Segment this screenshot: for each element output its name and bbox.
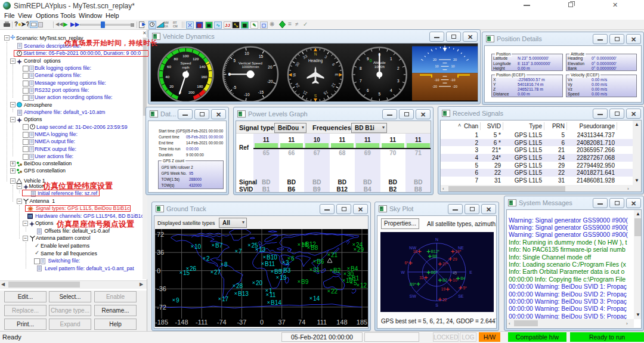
svg-text:10: 10 bbox=[435, 64, 438, 68]
svg-text:×: × bbox=[343, 271, 346, 277]
svg-text:-20: -20 bbox=[267, 79, 273, 84]
svg-text:16: 16 bbox=[301, 242, 308, 248]
svg-text:B7: B7 bbox=[215, 242, 223, 249]
svg-text:120: 120 bbox=[193, 57, 199, 61]
svg-text:-37: -37 bbox=[237, 319, 246, 326]
svg-text:W: W bbox=[292, 72, 296, 76]
svg-text:×: × bbox=[191, 243, 194, 249]
svg-text:2: 2 bbox=[206, 255, 210, 262]
svg-text:S: S bbox=[314, 94, 317, 98]
svg-text:20: 20 bbox=[169, 84, 174, 88]
svg-text:21: 21 bbox=[331, 252, 338, 258]
svg-text:10: 10 bbox=[194, 243, 202, 250]
svg-text:6: 6 bbox=[367, 88, 369, 92]
svg-text:20: 20 bbox=[453, 58, 457, 61]
svg-text:15: 15 bbox=[183, 270, 190, 276]
svg-text:-20: -20 bbox=[432, 85, 437, 88]
svg-text:×: × bbox=[235, 248, 238, 254]
svg-text:26: 26 bbox=[190, 265, 197, 272]
svg-text:2: 2 bbox=[397, 66, 400, 70]
svg-text:29: 29 bbox=[453, 257, 457, 261]
svg-text:0: 0 bbox=[157, 267, 160, 274]
svg-text:×: × bbox=[267, 299, 270, 305]
svg-text:-10: -10 bbox=[435, 78, 439, 82]
svg-text:40: 40 bbox=[165, 75, 169, 79]
svg-text:×: × bbox=[287, 255, 290, 261]
svg-text:B6*: B6* bbox=[431, 270, 438, 274]
svg-text:22: 22 bbox=[442, 298, 447, 302]
svg-text:-5: -5 bbox=[233, 85, 236, 89]
svg-text:×: × bbox=[247, 242, 250, 248]
svg-text:S: S bbox=[435, 303, 438, 307]
svg-text:13: 13 bbox=[259, 246, 266, 253]
svg-text:B2: B2 bbox=[333, 267, 341, 274]
svg-text:-74: -74 bbox=[217, 319, 227, 326]
svg-text:×: × bbox=[276, 274, 279, 280]
svg-text:8: 8 bbox=[224, 261, 228, 268]
svg-text:5: 5 bbox=[378, 92, 380, 96]
svg-text:19: 19 bbox=[280, 274, 287, 281]
svg-text:7: 7 bbox=[239, 248, 242, 255]
svg-text:80: 80 bbox=[174, 57, 178, 61]
svg-text:1000ft/min: 1000ft/min bbox=[242, 64, 259, 69]
svg-text:×: × bbox=[263, 254, 266, 260]
svg-text:×: × bbox=[233, 283, 236, 289]
svg-text:180: 180 bbox=[197, 84, 203, 88]
svg-text:31: 31 bbox=[419, 276, 424, 280]
svg-text:×: × bbox=[212, 242, 215, 248]
svg-text:0: 0 bbox=[228, 72, 231, 76]
svg-text:B10: B10 bbox=[267, 254, 277, 261]
svg-text:×: × bbox=[330, 267, 333, 273]
svg-text:×: × bbox=[354, 246, 357, 252]
svg-text:×: × bbox=[221, 261, 224, 267]
svg-text:100: 100 bbox=[182, 54, 189, 58]
svg-text:×: × bbox=[172, 297, 175, 303]
svg-text:0: 0 bbox=[370, 58, 372, 63]
svg-text:17: 17 bbox=[222, 296, 229, 302]
svg-text:-10: -10 bbox=[451, 78, 456, 82]
svg-text:B14: B14 bbox=[271, 299, 281, 306]
svg-text:×: × bbox=[252, 280, 255, 286]
svg-text:×: × bbox=[203, 255, 206, 261]
svg-text:16: 16 bbox=[413, 249, 417, 254]
svg-text:20: 20 bbox=[433, 58, 436, 61]
svg-text:29: 29 bbox=[357, 246, 364, 253]
svg-text:24*: 24* bbox=[456, 249, 462, 254]
svg-text:45: 45 bbox=[453, 271, 457, 275]
svg-text:-185: -185 bbox=[155, 319, 168, 326]
svg-text:27*: 27* bbox=[442, 262, 448, 266]
svg-text:B12*: B12* bbox=[431, 249, 440, 254]
svg-text:5: 5 bbox=[233, 58, 236, 63]
svg-text:N: N bbox=[435, 237, 438, 242]
svg-text:10: 10 bbox=[451, 64, 454, 68]
svg-text:SE: SE bbox=[458, 294, 464, 298]
svg-text:9: 9 bbox=[367, 57, 369, 61]
svg-text:148: 148 bbox=[336, 319, 347, 326]
svg-text:×: × bbox=[210, 269, 213, 275]
svg-text:N: N bbox=[314, 52, 317, 56]
svg-text:×: × bbox=[280, 267, 283, 273]
svg-text:200: 200 bbox=[188, 90, 195, 94]
svg-text:8: 8 bbox=[360, 66, 362, 70]
svg-text:111: 111 bbox=[317, 319, 327, 326]
svg-text:12: 12 bbox=[360, 282, 367, 289]
svg-text:-15: -15 bbox=[258, 90, 264, 94]
svg-text:15: 15 bbox=[259, 54, 264, 58]
svg-text:B2: B2 bbox=[442, 278, 447, 282]
svg-text:36: 36 bbox=[157, 249, 164, 256]
svg-text:0: 0 bbox=[260, 319, 264, 326]
svg-text:37: 37 bbox=[278, 319, 285, 326]
svg-text:×: × bbox=[357, 282, 360, 288]
svg-text:3: 3 bbox=[397, 79, 400, 83]
svg-text:×: × bbox=[218, 296, 221, 302]
svg-text:6: 6 bbox=[291, 255, 295, 262]
svg-text:×: × bbox=[327, 288, 330, 294]
svg-text:×: × bbox=[309, 267, 312, 273]
svg-text:×: × bbox=[261, 261, 264, 267]
svg-text:-148: -148 bbox=[175, 319, 188, 326]
svg-text:B3: B3 bbox=[283, 267, 291, 274]
svg-text:B13: B13 bbox=[238, 291, 249, 297]
svg-text:-20: -20 bbox=[453, 85, 457, 88]
svg-text:B6: B6 bbox=[317, 258, 324, 265]
svg-text:31: 31 bbox=[313, 267, 320, 273]
